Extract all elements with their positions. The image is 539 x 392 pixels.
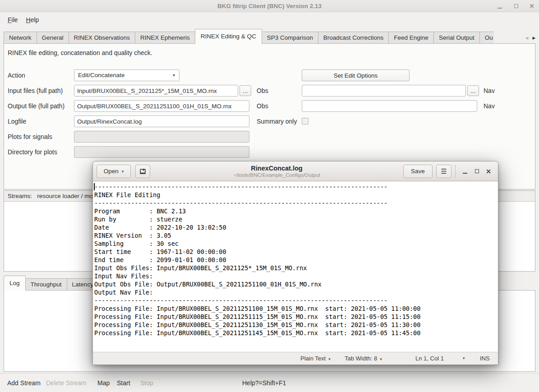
tab-broadcast-corrections[interactable]: Broadcast Corrections xyxy=(318,32,389,44)
plots-for-signals-label: Plots for signals xyxy=(8,131,52,143)
window-title: BKG Ntrip Client (BNC) Version 2.13 xyxy=(0,0,539,12)
tab-outages-clipped[interactable]: Ou xyxy=(479,32,494,44)
editor-maximize-button[interactable] xyxy=(471,165,483,178)
tab-rinex-observations[interactable]: RINEX Observations xyxy=(69,32,136,44)
summary-only-checkbox[interactable] xyxy=(302,118,309,125)
tab-serial-output[interactable]: Serial Output xyxy=(433,32,480,44)
window-minimize-button[interactable] xyxy=(495,0,505,12)
summary-only-label: Summary only xyxy=(257,115,297,127)
new-document-button[interactable] xyxy=(135,165,150,178)
logfile-label: Logfile xyxy=(8,115,26,127)
input-nav-browse-button[interactable]: ... xyxy=(467,85,479,96)
open-button-label: Open xyxy=(104,168,119,175)
output-nav-file-field[interactable] xyxy=(302,100,477,112)
chevron-down-icon: ▾ xyxy=(122,169,124,174)
map-button[interactable]: Map xyxy=(97,374,110,392)
new-document-icon xyxy=(139,167,147,175)
nav-label-2: Nav xyxy=(484,100,495,112)
editor-title-block: RinexConcat.log ~/tools/BNC/Example_Conf… xyxy=(150,165,403,178)
input-files-label: Input files (full path) xyxy=(8,85,63,97)
editor-document-title: RinexConcat.log xyxy=(150,165,403,172)
text-cursor xyxy=(94,183,95,190)
tab-scroll-right-icon[interactable]: ▶ xyxy=(530,32,538,43)
pane-description: RINEX file editing, concatenation and qu… xyxy=(8,49,152,56)
tab-rinex-editing-qc[interactable]: RINEX Editing & QC xyxy=(195,29,262,44)
maximize-icon xyxy=(475,169,479,173)
language-selector[interactable]: Plain Text▾ xyxy=(300,352,331,365)
editor-headerbar: Open ▾ RinexConcat.log ~/tools/BNC/Examp… xyxy=(93,161,498,181)
tab-feed-engine[interactable]: Feed Engine xyxy=(388,32,434,44)
action-label: Action xyxy=(8,69,25,81)
cursor-position[interactable]: Ln 1, Col 1 xyxy=(415,352,444,365)
output-file-label: Output file (full path) xyxy=(8,100,64,112)
chevron-down-icon: ▾ xyxy=(328,357,331,361)
tab-rinex-ephemeris[interactable]: RINEX Ephemeris xyxy=(135,32,195,44)
menu-file[interactable]: File xyxy=(4,15,22,25)
main-titlebar: BKG Ntrip Client (BNC) Version 2.13 ✕ xyxy=(0,0,539,12)
directory-for-plots-label: Directory for plots xyxy=(8,146,57,158)
editor-status-bar: Plain Text▾ Tab Width: 8▾ Ln 1, Col 1 ▾ … xyxy=(93,352,498,364)
menu-help[interactable]: Help xyxy=(22,15,43,25)
open-button[interactable]: Open ▾ xyxy=(97,165,131,178)
input-obs-files-field[interactable] xyxy=(74,85,238,97)
input-nav-files-field[interactable] xyxy=(302,85,466,97)
tab-log[interactable]: Log xyxy=(4,276,26,291)
directory-for-plots-field xyxy=(74,146,249,158)
text-editor-window: Open ▾ RinexConcat.log ~/tools/BNC/Examp… xyxy=(92,161,498,365)
menu-bar: File Help xyxy=(0,13,539,27)
input-obs-browse-button[interactable]: ... xyxy=(240,85,251,96)
insert-mode-indicator: INS xyxy=(480,352,490,365)
editor-minimize-button[interactable] xyxy=(459,165,471,178)
goto-line-dropdown-icon[interactable]: ▾ xyxy=(463,352,465,365)
start-button[interactable]: Start xyxy=(117,374,130,392)
tab-network[interactable]: Network xyxy=(4,32,37,44)
bottom-action-bar: Add Stream Delete Stream Map Start Stop … xyxy=(0,373,539,392)
tab-scroll-left-icon[interactable]: ◀ xyxy=(523,32,530,43)
plots-for-signals-field xyxy=(74,131,249,143)
close-icon: ✕ xyxy=(486,168,491,175)
obs-label-2: Obs xyxy=(257,100,268,112)
tab-sp3-comparison[interactable]: SP3 Comparison xyxy=(262,32,318,44)
obs-label-1: Obs xyxy=(257,85,268,97)
logfile-field[interactable] xyxy=(74,115,249,127)
nav-label-1: Nav xyxy=(484,85,495,97)
minimize-icon xyxy=(498,8,502,9)
minimize-icon xyxy=(463,173,467,174)
window-maximize-button[interactable] xyxy=(511,0,521,12)
menu-button[interactable]: ☰ xyxy=(436,165,451,178)
output-obs-file-field[interactable] xyxy=(74,100,249,112)
log-file-content: ----------------------------------------… xyxy=(94,183,498,337)
header-separator xyxy=(455,165,456,178)
tab-throughput[interactable]: Throughput xyxy=(25,278,67,291)
action-value: Edit/Concatenate xyxy=(78,72,125,78)
delete-stream-button: Delete Stream xyxy=(46,374,86,392)
save-button[interactable]: Save xyxy=(403,165,433,178)
maximize-icon xyxy=(514,4,518,8)
window-close-button[interactable]: ✕ xyxy=(527,0,537,12)
help-shortcut-text: Help?=Shift+F1 xyxy=(242,374,286,392)
editor-text-area[interactable]: ----------------------------------------… xyxy=(93,181,498,352)
close-icon: ✕ xyxy=(530,3,534,9)
action-combobox[interactable]: Edit/Concatenate ▾ xyxy=(74,69,180,81)
editor-document-path: ~/tools/BNC/Example_Configs/Output xyxy=(150,172,403,178)
hamburger-menu-icon: ☰ xyxy=(441,167,447,175)
tab-width-selector[interactable]: Tab Width: 8▾ xyxy=(345,352,382,365)
editor-close-button[interactable]: ✕ xyxy=(483,165,494,178)
main-tab-bar: Network General RINEX Observations RINEX… xyxy=(4,29,523,44)
tab-width-label: Tab Width: 8 xyxy=(345,355,377,362)
language-label: Plain Text xyxy=(300,355,326,362)
tab-general[interactable]: General xyxy=(37,32,69,44)
set-edit-options-button[interactable]: Set Edit Options xyxy=(302,69,410,81)
chevron-down-icon: ▾ xyxy=(380,357,382,361)
add-stream-button[interactable]: Add Stream xyxy=(7,374,41,392)
stop-button: Stop xyxy=(140,374,153,392)
chevron-down-icon: ▾ xyxy=(173,70,175,81)
